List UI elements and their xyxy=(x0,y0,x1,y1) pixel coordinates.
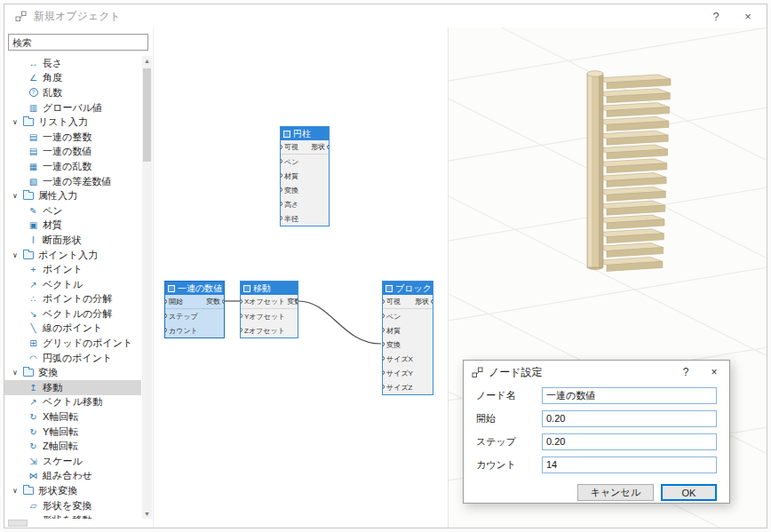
port-row: サイズY xyxy=(383,366,433,380)
point-icon: + xyxy=(28,265,39,274)
tree-item-grid-points[interactable]: ⊞グリッドのポイント xyxy=(4,336,141,351)
output-port[interactable] xyxy=(296,299,298,304)
node-block-header[interactable]: ブロック xyxy=(383,282,433,295)
field-row: 開始 xyxy=(464,407,729,430)
count-input[interactable] xyxy=(542,457,717,473)
input-port[interactable] xyxy=(281,173,282,178)
ok-button[interactable]: OK xyxy=(661,484,717,501)
tree-item-point[interactable]: +ポイント xyxy=(4,262,141,277)
integer-series-icon: ▤ xyxy=(28,132,39,142)
dialog-icon xyxy=(472,367,483,378)
new-object-window: 新規オブジェクト ? × ↔長さ ∠角度 ?乱数 ▥グローバル値 ∨リスト入力 … xyxy=(4,4,767,528)
input-port[interactable] xyxy=(281,159,282,163)
tree-item-length[interactable]: ↔長さ xyxy=(4,56,141,71)
node-block[interactable]: ブロック 可視形状 ペン 材質 変換 サイズX サイズY サイズZ xyxy=(382,281,433,395)
input-port[interactable] xyxy=(165,314,167,318)
node-number-series[interactable]: 一連の数値 開始変数 ステップ カウント xyxy=(164,281,225,338)
tree-item-arithmetic-series[interactable]: ▧一連の等差数値 xyxy=(4,174,141,189)
tree-category-point-input[interactable]: ∨ポイント入力 xyxy=(4,248,141,263)
scrollbar-thumb[interactable] xyxy=(143,68,151,162)
tree-item-angle[interactable]: ∠角度 xyxy=(4,71,141,86)
tree-item-vector-move[interactable]: ↗ベクトル移動 xyxy=(4,395,141,410)
input-port[interactable] xyxy=(241,314,242,318)
input-port[interactable] xyxy=(383,356,385,361)
cancel-button[interactable]: キャンセル xyxy=(577,484,654,501)
tree-item-pen[interactable]: ✎ペン xyxy=(4,203,141,218)
port-row: 変換 xyxy=(281,183,329,197)
port-row: Zオフセット xyxy=(241,323,298,337)
tree-item-global-value[interactable]: ▥グローバル値 xyxy=(4,100,141,115)
column-object xyxy=(587,71,603,270)
input-port[interactable] xyxy=(383,342,385,346)
input-port[interactable] xyxy=(383,370,385,375)
tree-item-number-series[interactable]: ▤一連の数値 xyxy=(4,145,141,160)
tree-item-random-number[interactable]: ?乱数 xyxy=(4,85,141,100)
input-port[interactable] xyxy=(281,145,282,149)
input-port[interactable] xyxy=(281,216,282,220)
series-icon xyxy=(168,285,175,292)
title-bar[interactable]: 新規オブジェクト ? × xyxy=(4,4,767,28)
tree-item-scale[interactable]: ⇲スケール xyxy=(4,454,141,469)
node-name-input[interactable] xyxy=(542,387,717,404)
tree-item-point-decompose[interactable]: ∴ポイントの分解 xyxy=(4,292,141,307)
output-port[interactable] xyxy=(431,299,433,304)
help-button[interactable]: ? xyxy=(708,10,724,23)
tree-scrollbar[interactable]: ▲ ▼ xyxy=(142,56,152,519)
dialog-buttons: キャンセル OK xyxy=(464,476,729,501)
tree-item-line-points[interactable]: ╲線のポイント xyxy=(4,322,141,337)
output-port[interactable] xyxy=(222,299,224,304)
tree-item-rotate-z[interactable]: ↻Z軸回転 xyxy=(4,439,141,454)
scroll-down-icon[interactable]: ▼ xyxy=(142,509,152,519)
dialog-title-bar[interactable]: ノード設定 ? × xyxy=(464,361,729,384)
input-port[interactable] xyxy=(165,299,167,304)
tree-item-rotate-x[interactable]: ↻X軸回転 xyxy=(4,409,141,425)
tree-item-transform-shape[interactable]: ▱形状を変換 xyxy=(4,498,141,513)
move-shape-icon: ▰ xyxy=(28,515,39,519)
input-port[interactable] xyxy=(241,328,242,332)
scroll-up-icon[interactable]: ▲ xyxy=(142,56,152,66)
search-input[interactable] xyxy=(8,34,148,51)
tree-category-shape-transform[interactable]: ∨形状変換 xyxy=(4,483,141,498)
input-port[interactable] xyxy=(281,202,282,206)
node-cylinder[interactable]: 円柱 可視形状 ペン 材質 変換 高さ 半径 xyxy=(280,126,330,226)
start-input[interactable] xyxy=(542,410,717,427)
input-port[interactable] xyxy=(281,187,282,192)
tree-item-arc-points[interactable]: ◠円弧のポイント xyxy=(4,351,141,366)
node-move[interactable]: 移動 Xオフセット変数 Yオフセット Zオフセット xyxy=(240,281,298,338)
pen-icon: ✎ xyxy=(28,206,39,216)
input-port[interactable] xyxy=(241,299,242,304)
chevron-down-icon: ∨ xyxy=(11,487,20,495)
input-port[interactable] xyxy=(383,299,385,304)
node-cylinder-header[interactable]: 円柱 xyxy=(281,127,329,140)
input-port[interactable] xyxy=(383,314,385,318)
output-port[interactable] xyxy=(327,145,329,149)
input-port[interactable] xyxy=(165,328,167,332)
node-graph-canvas[interactable]: 円柱 可視形状 ペン 材質 変換 高さ 半径 一連の数値 開始変数 ステップ カ… xyxy=(153,28,448,528)
port-row: 変換 xyxy=(383,337,433,352)
tree-category-attribute-input[interactable]: ∨属性入力 xyxy=(4,188,141,203)
tree-item-rotate-y[interactable]: ↻Y軸回転 xyxy=(4,425,141,440)
tree-category-list-input[interactable]: ∨リスト入力 xyxy=(4,115,141,130)
close-button[interactable]: × xyxy=(740,10,756,23)
input-port[interactable] xyxy=(383,385,385,389)
step-input[interactable] xyxy=(542,433,717,450)
tree-item-integer-series[interactable]: ▤一連の整数 xyxy=(4,130,141,145)
tree-item-move-shape[interactable]: ▰形状を移動 xyxy=(4,512,141,519)
chevron-down-icon: ∨ xyxy=(11,369,20,377)
tree-item-profile[interactable]: I断面形状 xyxy=(4,233,141,248)
tree-category-transform[interactable]: ∨変換 xyxy=(4,365,141,380)
tree-item-move[interactable]: ↥移動 xyxy=(4,380,141,395)
node-move-header[interactable]: 移動 xyxy=(241,282,298,295)
dialog-close-button[interactable]: × xyxy=(707,366,721,378)
tree-item-random-series[interactable]: ▦一連の乱数 xyxy=(4,159,141,174)
tree-item-vector[interactable]: ↗ベクトル xyxy=(4,277,141,292)
input-port[interactable] xyxy=(383,328,385,332)
tree-item-material[interactable]: ▣材質 xyxy=(4,218,141,234)
tree-item-vector-decompose[interactable]: ↘ベクトルの分解 xyxy=(4,306,141,322)
node-number-series-header[interactable]: 一連の数値 xyxy=(165,282,224,295)
tree-item-combine[interactable]: ⋈組み合わせ xyxy=(4,469,141,484)
field-row: ステップ xyxy=(464,430,729,453)
dialog-help-button[interactable]: ? xyxy=(679,366,693,378)
step-label: ステップ xyxy=(476,435,542,449)
folder-icon xyxy=(23,369,34,377)
